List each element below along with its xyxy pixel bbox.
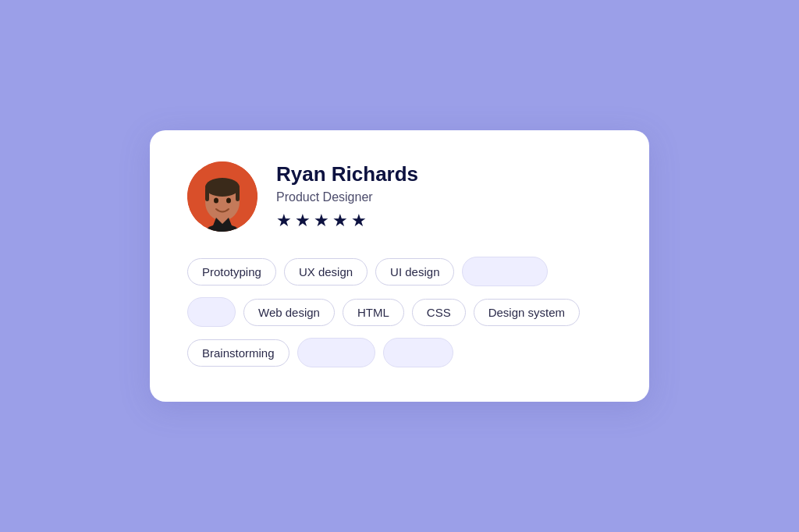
profile-name: Ryan Richards <box>276 162 418 186</box>
tags-row-1: Prototyping UX design UI design <box>187 257 612 286</box>
star-rating: ★ ★ ★ ★ ★ <box>276 211 418 231</box>
tag-placeholder-2 <box>187 297 236 327</box>
profile-section: Ryan Richards Product Designer ★ ★ ★ ★ ★ <box>187 161 612 232</box>
tag-placeholder-3 <box>297 338 375 367</box>
tag-html[interactable]: HTML <box>343 299 404 326</box>
tag-prototyping[interactable]: Prototyping <box>187 258 276 286</box>
svg-point-7 <box>214 198 218 204</box>
tag-ux-design[interactable]: UX design <box>284 258 368 286</box>
tags-row-2: Web design HTML CSS Design system <box>187 297 612 327</box>
tag-ui-design[interactable]: UI design <box>375 258 454 286</box>
tag-web-design[interactable]: Web design <box>243 299 335 326</box>
svg-point-4 <box>205 178 240 197</box>
tag-design-system[interactable]: Design system <box>474 299 580 326</box>
svg-rect-5 <box>205 187 209 201</box>
avatar <box>187 161 257 232</box>
star-2: ★ <box>295 211 311 231</box>
tags-row-3: Brainstorming <box>187 338 612 367</box>
svg-point-8 <box>226 198 231 204</box>
star-5: ★ <box>351 211 367 231</box>
star-1: ★ <box>276 211 292 231</box>
profile-title: Product Designer <box>276 190 418 204</box>
tag-css[interactable]: CSS <box>412 299 466 326</box>
tag-placeholder-4 <box>383 338 453 367</box>
tag-placeholder-1 <box>462 257 548 286</box>
tag-brainstorming[interactable]: Brainstorming <box>187 339 289 367</box>
tags-section: Prototyping UX design UI design Web desi… <box>187 257 612 367</box>
svg-rect-6 <box>236 187 240 201</box>
profile-card: Ryan Richards Product Designer ★ ★ ★ ★ ★… <box>150 130 649 402</box>
profile-info: Ryan Richards Product Designer ★ ★ ★ ★ ★ <box>276 162 418 230</box>
star-3: ★ <box>314 211 329 231</box>
star-4: ★ <box>332 211 348 231</box>
